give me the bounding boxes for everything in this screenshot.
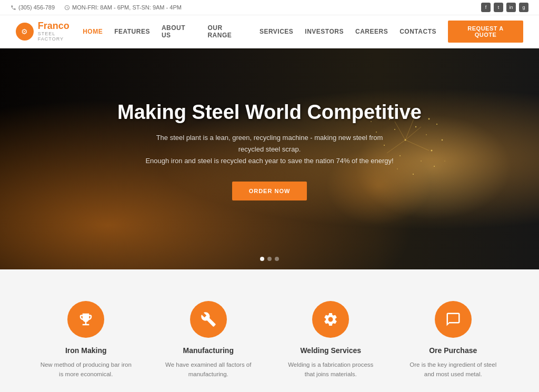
nav-investors[interactable]: INVESTORS: [305, 28, 344, 35]
services-section: Iron Making New method of producing bar …: [0, 269, 539, 392]
ore-purchase-more[interactable]: ...: [405, 386, 502, 392]
logo-icon: ⚙: [16, 23, 34, 41]
dot-3[interactable]: [275, 257, 279, 261]
manufacturing-desc: We have examined all factors of manufact…: [161, 360, 257, 379]
facebook-icon[interactable]: f: [481, 3, 491, 12]
order-now-button[interactable]: ORDER NOW: [232, 182, 307, 200]
nav-careers[interactable]: CAREERS: [355, 28, 388, 35]
nav-range[interactable]: OUR RANGE: [207, 24, 247, 39]
hero-carousel-dots: [260, 257, 279, 261]
service-manufacturing: Manufacturing We have examined all facto…: [155, 296, 262, 392]
dot-1[interactable]: [260, 257, 264, 261]
main-nav: HOME FEATURES ABOUT US OUR RANGE SERVICE…: [83, 21, 523, 43]
clock-icon: [64, 5, 70, 11]
hero-content: Making Steel World Competitive The steel…: [0, 48, 539, 200]
top-bar: (305) 456-789 MON-FRI: 8AM - 6PM, ST-SN:…: [0, 0, 539, 15]
hero-title: Making Steel World Competitive: [0, 101, 539, 124]
brand-name: Franco: [38, 21, 83, 32]
phone-info: (305) 456-789: [11, 4, 55, 11]
logo-text: Franco STEEL FACTORY: [38, 21, 83, 42]
manufacturing-icon: [190, 301, 227, 338]
service-ore-purchase: Ore Purchase Ore is the key ingredient o…: [400, 296, 507, 392]
social-links: f t in g: [481, 3, 528, 12]
iron-making-desc: New method of producing bar iron is more…: [38, 360, 134, 379]
brand-sub: STEEL FACTORY: [38, 32, 83, 42]
logo: ⚙ Franco STEEL FACTORY: [16, 21, 83, 42]
ore-purchase-desc: Ore is the key ingredient of steel and m…: [405, 360, 502, 379]
welding-more[interactable]: ...: [283, 386, 379, 392]
welding-title: Welding Services: [283, 346, 379, 355]
service-welding: Welding Services Welding is a fabricatio…: [277, 296, 384, 392]
nav-contacts[interactable]: CONTACTS: [400, 28, 436, 35]
phone-icon: [11, 5, 16, 11]
hero-subtitle: The steel plant is a lean, green, recycl…: [143, 132, 396, 167]
welding-desc: Welding is a fabrication process that jo…: [283, 360, 379, 379]
google-icon[interactable]: g: [519, 3, 528, 12]
request-quote-button[interactable]: REQUEST A QUOTE: [448, 21, 523, 43]
iron-making-icon: [67, 301, 104, 338]
header: ⚙ Franco STEEL FACTORY HOME FEATURES ABO…: [0, 15, 539, 48]
top-bar-left: (305) 456-789 MON-FRI: 8AM - 6PM, ST-SN:…: [11, 4, 182, 11]
hours-info: MON-FRI: 8AM - 6PM, ST-SN: 9AM - 4PM: [64, 4, 182, 11]
instagram-icon[interactable]: in: [506, 3, 516, 12]
ore-purchase-title: Ore Purchase: [405, 346, 502, 355]
nav-services[interactable]: SERVICES: [259, 28, 293, 35]
manufacturing-more[interactable]: ...: [161, 386, 257, 392]
nav-home[interactable]: HOME: [83, 28, 103, 35]
nav-about[interactable]: ABOUT US: [162, 24, 196, 39]
service-iron-making: Iron Making New method of producing bar …: [33, 296, 139, 392]
dot-2[interactable]: [267, 257, 272, 261]
twitter-icon[interactable]: t: [494, 3, 503, 12]
manufacturing-title: Manufacturing: [161, 346, 257, 355]
services-grid: Iron Making New method of producing bar …: [33, 296, 506, 392]
hero-section: Making Steel World Competitive The steel…: [0, 48, 539, 269]
iron-making-more[interactable]: ...: [38, 386, 134, 392]
ore-purchase-icon: [435, 301, 472, 338]
nav-features[interactable]: FEATURES: [114, 28, 150, 35]
iron-making-title: Iron Making: [38, 346, 134, 355]
welding-icon: [312, 301, 349, 338]
